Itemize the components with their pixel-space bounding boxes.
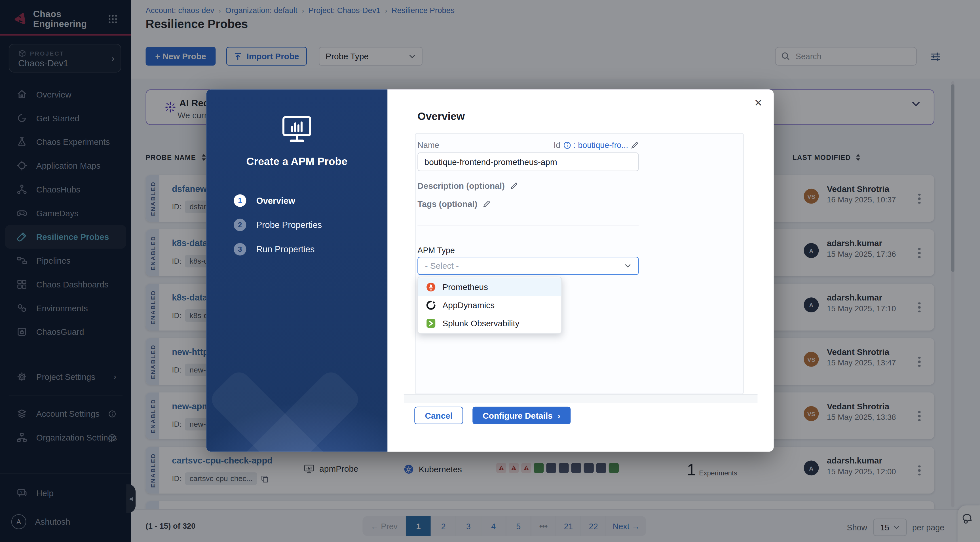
tags-label: Tags (optional) <box>417 199 477 209</box>
edit-pencil-icon[interactable] <box>482 200 490 208</box>
select-placeholder: - Select - <box>425 261 459 270</box>
prometheus-icon <box>426 282 436 292</box>
option-splunk-observability[interactable]: Splunk Observability <box>418 315 562 332</box>
create-apm-probe-modal: Create a APM Probe 1 Overview 2 Probe Pr… <box>206 89 773 451</box>
apm-type-select[interactable]: - Select - <box>417 257 639 275</box>
apm-type-dropdown: Prometheus AppDynamics Splunk Observabil… <box>417 277 562 334</box>
modal-form-panel: ✕ Overview Name Id : boutique-fro... Des… <box>388 89 774 451</box>
app-root: Chaos Engineering PROJECT Chaos-Dev1 › O… <box>0 0 980 542</box>
info-icon <box>563 141 571 149</box>
chevron-right-icon: › <box>557 411 560 420</box>
option-prometheus[interactable]: Prometheus <box>418 278 562 296</box>
apm-type-label: APM Type <box>417 245 455 255</box>
option-appdynamics[interactable]: AppDynamics <box>418 296 562 315</box>
wizard-steps: 1 Overview 2 Probe Properties 3 Run Prop… <box>234 194 322 256</box>
step-run-properties[interactable]: 3 Run Properties <box>234 243 322 256</box>
edit-pencil-icon[interactable] <box>631 141 639 149</box>
appdynamics-icon <box>426 300 436 310</box>
edit-pencil-icon[interactable] <box>509 182 518 190</box>
step-overview[interactable]: 1 Overview <box>234 194 322 207</box>
wizard-title: Create a APM Probe <box>206 156 387 168</box>
id-value-link[interactable]: : boutique-fro... <box>573 141 628 150</box>
configure-details-button[interactable]: Configure Details › <box>473 407 571 424</box>
cancel-button[interactable]: Cancel <box>414 407 463 424</box>
chevron-down-icon <box>624 264 631 268</box>
wizard-panel: Create a APM Probe 1 Overview 2 Probe Pr… <box>206 89 387 451</box>
probe-name-input[interactable] <box>417 153 639 171</box>
modal-heading: Overview <box>417 111 465 123</box>
description-label: Description (optional) <box>417 181 504 191</box>
close-icon[interactable]: ✕ <box>754 97 762 109</box>
form-divider <box>417 226 639 226</box>
form-footer-strip <box>404 394 758 403</box>
name-label: Name <box>417 141 439 150</box>
id-label: Id <box>554 141 560 150</box>
monitor-chart-icon <box>282 116 312 143</box>
step-probe-properties[interactable]: 2 Probe Properties <box>234 219 322 231</box>
splunk-icon <box>426 319 436 328</box>
